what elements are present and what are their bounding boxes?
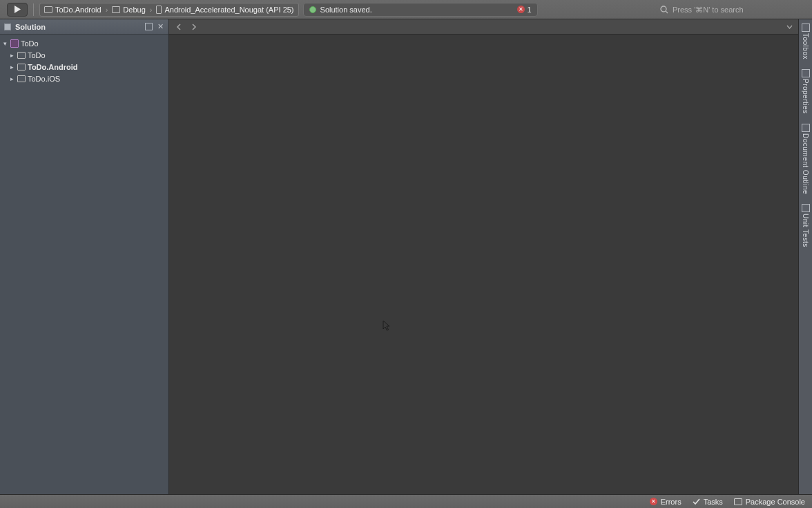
tree-root-label: ToDo [21, 39, 39, 48]
pad-label: Toolbox [802, 33, 809, 59]
solution-pad-icon [4, 23, 11, 30]
pad-unit-tests[interactable]: Unit Tests [802, 204, 810, 247]
tree-item[interactable]: ▸ ToDo.Android [0, 61, 168, 73]
tree-item-label: ToDo [28, 51, 46, 59]
project-icon [44, 6, 52, 13]
status-message: Solution saved. [320, 6, 372, 14]
target-project-label: ToDo.Android [55, 6, 102, 14]
status-bar: ✕ Errors Tasks Package Console [0, 494, 812, 508]
error-icon: ✕ [650, 498, 657, 505]
toolbar-separator [33, 3, 34, 16]
tree-item-label: ToDo.Android [28, 63, 78, 71]
tree-root[interactable]: ▾ ToDo [0, 37, 168, 49]
status-package-console[interactable]: Package Console [734, 498, 805, 506]
status-tasks-label: Tasks [704, 498, 723, 506]
error-icon: ✕ [517, 6, 525, 13]
pad-document-outline[interactable]: Document Outline [802, 124, 810, 194]
status-pill: Solution saved. ✕ 1 [303, 3, 538, 17]
tree-item[interactable]: ▸ ToDo [0, 49, 168, 61]
unit-tests-icon [802, 204, 810, 212]
chevron-right-icon: › [148, 6, 154, 14]
disclosure-closed-icon[interactable]: ▸ [8, 64, 15, 70]
target-config-segment[interactable]: Debug [112, 6, 145, 14]
solution-tree[interactable]: ▾ ToDo ▸ ToDo ▸ ToDo.Android ▸ ToDo.iOS [0, 35, 168, 87]
global-search[interactable] [660, 3, 805, 17]
toolbox-icon [802, 23, 810, 32]
pad-label: Unit Tests [802, 214, 809, 247]
solution-icon [10, 39, 19, 48]
solution-pane: Solution ✕ ▾ ToDo ▸ ToDo ▸ ToDo.Android [0, 19, 169, 494]
tab-overflow-button[interactable] [784, 22, 794, 32]
status-tasks[interactable]: Tasks [693, 498, 723, 506]
disclosure-closed-icon[interactable]: ▸ [8, 52, 15, 59]
autohide-icon[interactable] [145, 23, 153, 30]
tree-item[interactable]: ▸ ToDo.iOS [0, 73, 168, 84]
disclosure-closed-icon[interactable]: ▸ [8, 75, 15, 82]
disclosure-open-icon[interactable]: ▾ [1, 40, 8, 47]
search-input[interactable] [673, 6, 805, 14]
play-icon [14, 6, 21, 13]
success-icon [309, 6, 316, 13]
search-icon [660, 6, 668, 14]
document-outline-icon [802, 124, 810, 132]
svg-line-2 [666, 11, 668, 13]
target-project-segment[interactable]: ToDo.Android [44, 6, 102, 14]
editor-body[interactable] [169, 35, 798, 494]
svg-point-1 [661, 6, 666, 12]
config-icon [112, 6, 120, 13]
status-package-console-label: Package Console [746, 498, 805, 506]
chevron-left-icon [176, 23, 182, 30]
nav-forward-button[interactable] [188, 21, 200, 32]
pad-label: Properties [802, 79, 809, 114]
project-icon [17, 52, 26, 59]
nav-back-button[interactable] [173, 21, 184, 32]
error-badge[interactable]: ✕ 1 [517, 6, 531, 14]
chevron-right-icon [191, 23, 197, 30]
solution-title: Solution [15, 23, 46, 31]
pad-toolbox[interactable]: Toolbox [802, 23, 810, 59]
project-icon [17, 75, 26, 82]
solution-header: Solution ✕ [0, 19, 168, 35]
check-icon [693, 498, 700, 505]
tree-item-label: ToDo.iOS [28, 75, 60, 83]
close-icon[interactable]: ✕ [157, 23, 164, 30]
terminal-icon [734, 498, 742, 505]
editor-area [169, 19, 798, 494]
main-area: Solution ✕ ▾ ToDo ▸ ToDo ▸ ToDo.Android [0, 19, 812, 494]
run-button[interactable] [7, 3, 28, 17]
error-count: 1 [527, 6, 531, 14]
pad-properties[interactable]: Properties [802, 69, 810, 114]
editor-tabbar [169, 19, 798, 35]
target-device-label: Android_Accelerated_Nougat (API 25) [164, 6, 293, 14]
top-toolbar: ToDo.Android › Debug › Android_Accelerat… [0, 0, 812, 19]
cursor-icon [383, 320, 391, 332]
pad-label: Document Outline [802, 133, 809, 194]
right-dock: Toolbox Properties Document Outline Unit… [798, 19, 812, 494]
properties-icon [802, 69, 810, 77]
svg-marker-0 [14, 6, 21, 13]
status-errors-label: Errors [661, 498, 682, 506]
chevron-down-icon [786, 25, 793, 29]
run-target-selector[interactable]: ToDo.Android › Debug › Android_Accelerat… [39, 3, 299, 17]
target-device-segment[interactable]: Android_Accelerated_Nougat (API 25) [156, 6, 293, 14]
project-icon [17, 64, 26, 70]
device-icon [156, 6, 162, 14]
target-config-label: Debug [123, 6, 145, 14]
status-errors[interactable]: ✕ Errors [650, 498, 682, 506]
chevron-right-icon: › [104, 6, 110, 14]
